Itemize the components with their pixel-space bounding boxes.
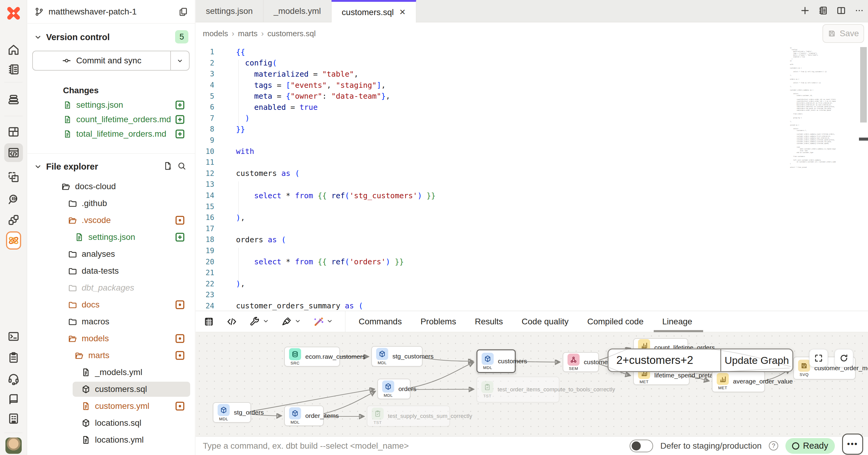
code-line[interactable]: 15 — [195, 201, 778, 212]
lineage-node-ecom-raw-customers[interactable]: SRCecom.raw_customers — [284, 347, 340, 367]
tree-item-macros[interactable]: macros — [27, 313, 195, 330]
lineage-node-test-supply-costs[interactable]: TSTtest_supply_costs_sum_correctly — [367, 405, 450, 427]
canvas-icon[interactable] — [7, 170, 21, 184]
orchestration-icon[interactable] — [7, 213, 21, 227]
search-icon[interactable] — [177, 161, 187, 172]
tree-item-locations-yml[interactable]: locations.yml — [27, 431, 195, 448]
refresh-button[interactable] — [835, 349, 853, 367]
code-line[interactable]: 20 select * from {{ ref('orders') }} — [195, 256, 778, 267]
tree-item-customers-yml[interactable]: customers.yml — [27, 398, 195, 415]
chevron-down-icon[interactable] — [324, 318, 333, 325]
copy-icon[interactable] — [178, 7, 188, 17]
tab-customers-sql[interactable]: customers.sql✕ — [332, 0, 416, 23]
tree-item-marts[interactable]: marts — [27, 347, 195, 364]
lineage-node-stg-customers[interactable]: MDLstg_customers — [371, 346, 423, 367]
save-button[interactable]: Save — [823, 24, 864, 43]
stage-plus-icon[interactable] — [175, 129, 185, 139]
code-line[interactable]: 13 — [195, 179, 778, 190]
code-line[interactable]: 5 meta = {"owner": "data-team"}, — [195, 90, 778, 102]
changed-file-row[interactable]: count_lifetime_orders.md — [27, 112, 195, 127]
tree-item-dbt-packages[interactable]: dbt_packages — [27, 279, 195, 296]
headset-icon[interactable] — [7, 372, 21, 386]
version-control-header[interactable]: Version control 5 — [34, 30, 188, 44]
tree-item--models-yml[interactable]: _models.yml — [27, 364, 195, 381]
changed-file-row[interactable]: settings.json — [27, 98, 195, 112]
fullscreen-button[interactable] — [809, 349, 828, 367]
tree-item-locations-sql[interactable]: locations.sql — [27, 415, 195, 431]
tree-item-docs-cloud[interactable]: docs-cloud — [27, 178, 195, 195]
tree-item-customers-sql[interactable]: customers.sql — [27, 381, 195, 398]
code-line[interactable]: 16), — [195, 212, 778, 223]
preview-table-icon[interactable] — [204, 316, 214, 327]
breadcrumb-models[interactable]: models — [203, 29, 228, 38]
panel-tab-problems[interactable]: Problems — [421, 311, 456, 332]
lineage-node-customers-model[interactable]: MDLcustomers — [476, 349, 516, 373]
chevron-down-icon[interactable] — [260, 318, 269, 325]
changed-file-row[interactable]: total_lifetime_orders.md — [27, 127, 195, 141]
code-line[interactable]: 17 — [195, 223, 778, 234]
code-line[interactable]: 4 tags = ["events", "staging"], — [195, 80, 778, 91]
code-line[interactable]: 3 materialized = "table", — [195, 68, 778, 80]
commit-and-sync-button[interactable]: Commit and sync — [32, 51, 190, 70]
close-tab-icon[interactable]: ✕ — [399, 7, 406, 17]
stage-plus-icon[interactable] — [175, 99, 185, 110]
minimap[interactable]: {{ config( materialized = "table", tags … — [790, 47, 836, 307]
clipboard-icon[interactable] — [7, 350, 21, 365]
more-actions-button[interactable]: ••• — [842, 433, 863, 455]
lineage-node-average-order-value[interactable]: METaverage_order_value — [712, 371, 765, 392]
tree-item-analyses[interactable]: analyses — [27, 246, 195, 262]
tree-item-docs[interactable]: docs — [27, 296, 195, 313]
code-line[interactable]: 22), — [195, 278, 778, 289]
lineage-node-order-items[interactable]: MDLorder_items — [284, 405, 324, 426]
tree-item--vscode[interactable]: .vscode — [27, 212, 195, 229]
build-wrench-icon[interactable] — [249, 316, 269, 327]
defer-toggle[interactable] — [629, 439, 653, 452]
book-icon[interactable] — [7, 392, 21, 406]
code-line[interactable]: 14 select * from {{ ref('stg_customers')… — [195, 190, 778, 201]
tree-item-settings-json[interactable]: settings.json — [27, 229, 195, 246]
catalog-search-icon[interactable] — [7, 193, 21, 206]
terminal-icon[interactable] — [7, 330, 21, 343]
format-broom-icon[interactable] — [281, 316, 301, 327]
tab--models-yml[interactable]: _models.yml — [264, 0, 332, 22]
code-line[interactable]: 19 — [195, 245, 778, 256]
stage-plus-icon[interactable] — [175, 114, 185, 125]
notebook-panel-icon[interactable] — [818, 5, 828, 17]
code-line[interactable]: 23 — [195, 289, 778, 301]
code-line[interactable]: 12customers as ( — [195, 168, 778, 179]
new-tab-icon[interactable] — [800, 5, 810, 17]
code-line[interactable]: 21 — [195, 267, 778, 279]
dashboard-icon[interactable] — [7, 125, 21, 139]
stack-icon[interactable] — [7, 93, 21, 107]
code-line[interactable]: 24customer_orders_summary as ( — [195, 301, 778, 311]
panel-tab-compiled-code[interactable]: Compiled code — [587, 311, 644, 332]
code-line[interactable]: 10with — [195, 146, 778, 157]
tree-item--github[interactable]: .github — [27, 195, 195, 212]
code-line[interactable]: 8}} — [195, 124, 778, 135]
scrollbar-thumb[interactable] — [860, 47, 867, 122]
code-line[interactable]: 11 — [195, 157, 778, 168]
help-icon[interactable]: ? — [769, 441, 778, 451]
panel-tab-code-quality[interactable]: Code quality — [522, 311, 569, 332]
code-line[interactable]: 6 enabled = true — [195, 102, 778, 113]
fix-with-ai-icon[interactable] — [313, 316, 333, 327]
copilot-icon[interactable] — [7, 233, 21, 248]
panel-tab-commands[interactable]: Commands — [359, 311, 402, 332]
chevron-down-icon[interactable] — [292, 318, 301, 325]
ide-icon[interactable] — [4, 143, 23, 162]
lineage-node-stg-orders[interactable]: MDLstg_orders — [213, 402, 251, 423]
dbt-logo-icon[interactable] — [6, 5, 22, 21]
code-line[interactable]: 18orders as ( — [195, 234, 778, 245]
file-explorer-header[interactable]: File explorer — [34, 159, 187, 174]
organization-icon[interactable] — [7, 411, 21, 425]
notebook-icon[interactable] — [7, 62, 21, 76]
compile-code-icon[interactable] — [226, 316, 237, 327]
panel-tab-lineage[interactable]: Lineage — [662, 311, 692, 332]
panel-tab-results[interactable]: Results — [475, 311, 503, 332]
code-line[interactable]: 1{{ — [195, 47, 778, 58]
lineage-node-customers-semantic[interactable]: SEMcustomers — [563, 352, 599, 372]
more-options-icon[interactable] — [854, 5, 864, 17]
code-line[interactable]: 2 config( — [195, 58, 778, 69]
user-avatar[interactable] — [5, 437, 22, 454]
new-file-icon[interactable] — [163, 161, 173, 172]
